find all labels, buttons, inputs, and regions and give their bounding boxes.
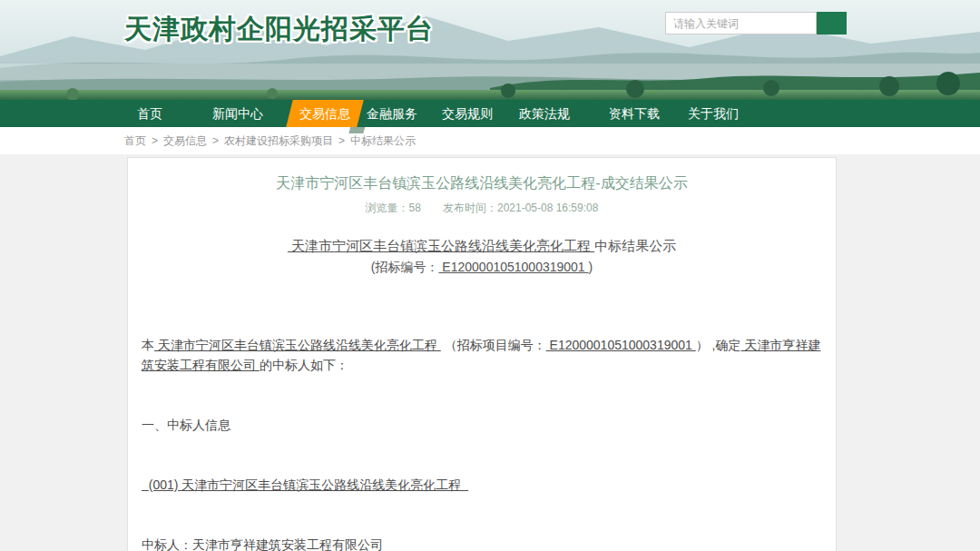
nav-item-trade-rules[interactable]: 交易规则 <box>442 100 493 127</box>
nav-item-home[interactable]: 首页 <box>137 100 162 127</box>
intro-text: 本 <box>142 338 154 352</box>
breadcrumb: 首页>交易信息>农村建设招标采购项目>中标结果公示 <box>124 133 416 149</box>
search-button[interactable] <box>817 12 847 34</box>
nav-item-trade-info-active[interactable]: 交易信息 <box>286 100 363 127</box>
intro-paragraph: 本 天津市宁河区丰台镇滨玉公路线沿线美化亮化工程 （招标项目编号： E12000… <box>142 335 822 375</box>
intro-text: （招标项目编号： <box>441 338 546 352</box>
nav-item-finance[interactable]: 金融服务 <box>367 100 417 127</box>
nav-item-news[interactable]: 新闻中心 <box>212 100 263 127</box>
section1-title: 一、中标人信息 <box>142 415 822 435</box>
tender-number-prefix: (招标编号： <box>371 260 439 274</box>
tender-number-suffix: ) <box>589 260 593 274</box>
nav-item-trade-info-label: 交易信息 <box>289 100 360 127</box>
main-nav: 首页 新闻中心 交易信息 金融服务 交易规则 政策法规 资料下载 关于我们 <box>0 100 980 127</box>
header-banner: 天津政村企阳光招采平台 <box>0 0 980 100</box>
intro-text: 的中标人如下： <box>260 358 348 372</box>
breadcrumb-separator: > <box>338 134 345 147</box>
views-label: 浏览量： <box>366 202 409 214</box>
publish-time: 2021-05-08 16:59:08 <box>497 202 598 214</box>
doc-heading: 天津市宁河区丰台镇滨玉公路线沿线美化亮化工程 中标结果公示 <box>142 237 822 255</box>
breadcrumb-rural-projects[interactable]: 农村建设招标采购项目 <box>224 134 333 147</box>
breadcrumb-trade-info[interactable]: 交易信息 <box>163 134 207 147</box>
search-bar <box>665 12 847 34</box>
breadcrumb-home[interactable]: 首页 <box>124 134 146 147</box>
section1-item: (001) 天津市宁河区丰台镇滨玉公路线沿线美化亮化工程 <box>142 475 822 495</box>
intro-text: ） ,确定 <box>696 338 741 352</box>
search-icon <box>665 12 681 28</box>
winner-line: 中标人：天津市亨祥建筑安装工程有限公司 <box>142 535 822 551</box>
tender-number-line: (招标编号： E1200001051000319001 ) <box>142 259 822 276</box>
nav-item-policies[interactable]: 政策法规 <box>519 100 570 127</box>
page-background: 天津市宁河区丰台镇滨玉公路线沿线美化亮化工程-成交结果公示 浏览量：58发布时间… <box>0 154 980 551</box>
winner-label: 中标人： <box>142 537 192 551</box>
article-meta: 浏览量：58发布时间：2021-05-08 16:59:08 <box>142 201 822 216</box>
section1-item-text: (001) 天津市宁河区丰台镇滨玉公路线沿线美化亮化工程 <box>142 477 468 492</box>
doc-body: 本 天津市宁河区丰台镇滨玉公路线沿线美化亮化工程 （招标项目编号： E12000… <box>142 295 822 551</box>
publish-label: 发布时间： <box>443 202 497 214</box>
winner-value: 天津市亨祥建筑安装工程有限公司 <box>192 537 383 551</box>
breadcrumb-separator: > <box>212 134 219 147</box>
doc-heading-suffix: 中标结果公示 <box>594 238 676 253</box>
site-title: 天津政村企阳光招采平台 <box>124 11 434 48</box>
article-title: 天津市宁河区丰台镇滨玉公路线沿线美化亮化工程-成交结果公示 <box>142 174 822 192</box>
intro-project-name: 天津市宁河区丰台镇滨玉公路线沿线美化亮化工程 <box>154 338 441 352</box>
breadcrumb-current: 中标结果公示 <box>350 134 416 147</box>
doc-heading-project-name: 天津市宁河区丰台镇滨玉公路线沿线美化亮化工程 <box>288 238 594 253</box>
tender-number: E1200001051000319001 <box>438 260 588 274</box>
announcement-panel: 天津市宁河区丰台镇滨玉公路线沿线美化亮化工程-成交结果公示 浏览量：58发布时间… <box>127 157 837 551</box>
nav-item-about[interactable]: 关于我们 <box>688 100 739 127</box>
views-count: 58 <box>409 202 421 214</box>
nav-item-downloads[interactable]: 资料下载 <box>609 100 660 127</box>
intro-tender-number: E1200001051000319001 <box>546 338 696 352</box>
search-input[interactable] <box>665 12 817 34</box>
breadcrumb-bar: 首页>交易信息>农村建设招标采购项目>中标结果公示 <box>0 127 980 154</box>
breadcrumb-separator: > <box>152 134 158 147</box>
